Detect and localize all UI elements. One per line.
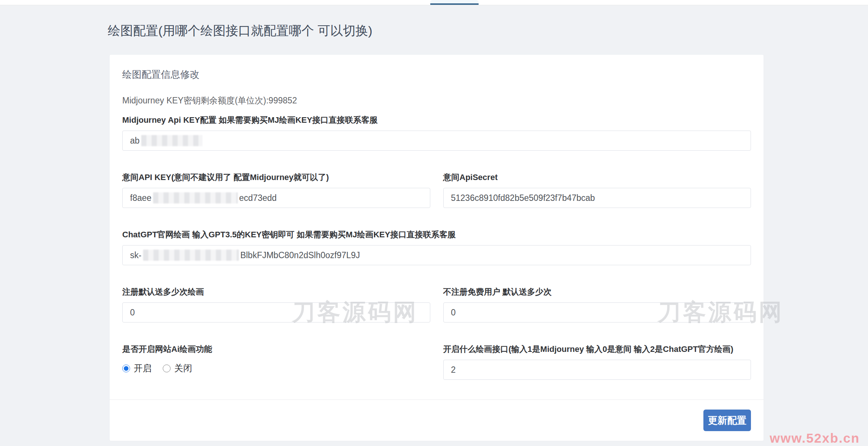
quota-text: Midjourney KEY密钥剩余额度(单位次):999852: [122, 96, 751, 105]
form-row-toggle-interface: 是否开启网站Ai绘画功能 开启 关闭: [122, 323, 751, 380]
card-footer: 更新配置: [110, 400, 764, 441]
config-form: 绘图配置信息修改 Midjourney KEY密钥剩余额度(单位次):99985…: [110, 55, 764, 380]
page-title: 绘图配置(用哪个绘图接口就配置哪个 可以切换): [108, 23, 868, 38]
interface-select-label: 开启什么绘画接口(输入1是Midjourney 输入0是意间 输入2是ChatG…: [443, 344, 751, 354]
form-row-yijian: 意间API KEY(意间不建议用了 配置Midjourney就可以了) f8ae…: [122, 151, 751, 208]
register-count-label: 注册默认送多少次绘画: [122, 287, 430, 297]
redaction-blur: [143, 250, 239, 261]
yijian-secret-label: 意间ApiSecret: [443, 172, 751, 183]
radio-on-input[interactable]: [122, 365, 130, 372]
form-group-interface-select: 开启什么绘画接口(输入1是Midjourney 输入0是意间 输入2是ChatG…: [443, 344, 751, 380]
page-content: 绘图配置(用哪个绘图接口就配置哪个 可以切换) 绘图配置信息修改 Midjour…: [0, 5, 868, 441]
redaction-blur: [153, 192, 238, 203]
form-group-yijian-secret: 意间ApiSecret: [443, 172, 751, 208]
form-row-free-counts: 注册默认送多少次绘画 不注册免费用户 默认送多少次: [122, 265, 751, 323]
yijian-secret-input[interactable]: [443, 188, 751, 208]
chatgpt-key-value-suffix: BlbkFJMbC80n2dSlh0ozf97L9J: [240, 250, 360, 260]
radio-option-off[interactable]: 关闭: [163, 362, 192, 374]
top-nav-bar: [0, 0, 868, 5]
yijian-key-input[interactable]: f8aee ecd73edd: [122, 188, 430, 208]
form-group-mj-key: Midjourney Api KEY配置 如果需要购买MJ绘画KEY接口直接联系…: [122, 115, 751, 151]
ai-enabled-radio-group: 开启 关闭: [122, 363, 430, 374]
guest-count-input[interactable]: [443, 302, 751, 323]
chatgpt-key-input[interactable]: sk- BlbkFJMbC80n2dSlh0ozf97L9J: [122, 245, 751, 265]
form-group-ai-enabled: 是否开启网站Ai绘画功能 开启 关闭: [122, 344, 430, 374]
mj-key-value-prefix: ab: [130, 136, 140, 146]
chatgpt-key-value-prefix: sk-: [130, 250, 142, 260]
form-group-chatgpt-key: ChatGPT官网绘画 输入GPT3.5的KEY密钥即可 如果需要购买MJ绘画K…: [122, 230, 751, 265]
chatgpt-key-label: ChatGPT官网绘画 输入GPT3.5的KEY密钥即可 如果需要购买MJ绘画K…: [122, 230, 751, 240]
ai-enabled-label: 是否开启网站Ai绘画功能: [122, 344, 430, 354]
yijian-key-value-suffix: ecd73edd: [239, 193, 277, 203]
update-config-button[interactable]: 更新配置: [703, 410, 751, 431]
mj-key-label: Midjourney Api KEY配置 如果需要购买MJ绘画KEY接口直接联系…: [122, 115, 751, 125]
mj-key-input[interactable]: ab: [122, 131, 751, 151]
active-tab-indicator[interactable]: [430, 0, 479, 5]
form-group-register-count: 注册默认送多少次绘画: [122, 287, 430, 323]
guest-count-label: 不注册免费用户 默认送多少次: [443, 287, 751, 297]
yijian-key-value-prefix: f8aee: [130, 193, 152, 203]
radio-off-input[interactable]: [163, 365, 171, 372]
radio-on-label: 开启: [134, 362, 152, 374]
radio-option-on[interactable]: 开启: [122, 362, 152, 374]
interface-select-input[interactable]: [443, 360, 751, 380]
config-card: 绘图配置信息修改 Midjourney KEY密钥剩余额度(单位次):99985…: [109, 54, 764, 441]
form-group-guest-count: 不注册免费用户 默认送多少次: [443, 287, 751, 323]
radio-off-label: 关闭: [174, 362, 192, 374]
form-group-yijian-key: 意间API KEY(意间不建议用了 配置Midjourney就可以了) f8ae…: [122, 172, 430, 208]
yijian-key-label: 意间API KEY(意间不建议用了 配置Midjourney就可以了): [122, 172, 430, 183]
card-title: 绘图配置信息修改: [122, 69, 751, 80]
register-count-input[interactable]: [122, 302, 430, 323]
redaction-blur: [141, 135, 203, 146]
